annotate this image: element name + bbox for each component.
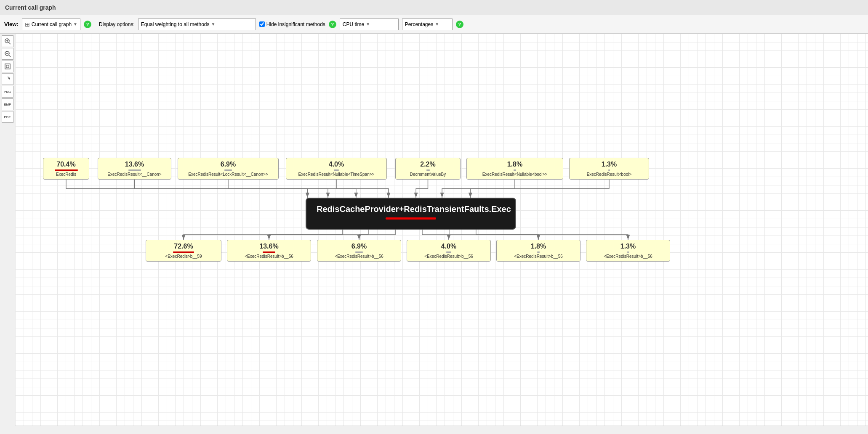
top-node-3-label: ExecRedisResult<LockResult<__Canon>> (182, 172, 274, 177)
pdf-export-button[interactable]: PDF (2, 111, 13, 123)
bottom-node-2-bar (263, 251, 275, 253)
hide-insignificant-checkbox[interactable] (259, 21, 265, 27)
bottom-node-6-label: <ExecRedisResult>b__56 (591, 254, 666, 259)
left-toolbar: PNG EMF PDF (0, 34, 15, 434)
toolbar: View: ⊞ Current call graph ▼ ? Display o… (0, 15, 868, 34)
top-node-1-percent: 70.4% (48, 161, 85, 168)
percentages-help-icon[interactable]: ? (456, 21, 463, 28)
top-node-4[interactable]: 4.0% ExecRedisResult<Nullable<TimeSpan>> (286, 158, 387, 180)
bottom-node-1-bar (173, 251, 194, 253)
top-node-5-percent: 2.2% (400, 161, 456, 168)
top-node-6[interactable]: 1.8% ExecRedisResult<Nullable<bool>> (466, 158, 563, 180)
top-node-2[interactable]: 13.6% ExecRedisResult<__Canon> (98, 158, 171, 180)
bottom-node-3-percent: 6.9% (322, 243, 397, 250)
top-node-4-bar (334, 169, 339, 171)
top-node-4-label: ExecRedisResult<Nullable<TimeSpan>> (290, 172, 382, 177)
bottom-node-2-label: <ExecRedisResult>b__56 (232, 254, 306, 259)
weighting-dropdown-value: Equal weighting to all methods (141, 21, 210, 27)
top-node-7-percent: 1.3% (574, 161, 644, 168)
view-dropdown-container: ⊞ Current call graph ▼ (22, 19, 80, 30)
emf-export-button[interactable]: EMF (2, 98, 13, 110)
png-export-button[interactable]: PNG (2, 86, 13, 98)
center-node-bar (386, 217, 436, 220)
bottom-node-5[interactable]: 1.8% <ExecRedisResult>b__56 (496, 240, 580, 262)
top-node-4-percent: 4.0% (290, 161, 382, 168)
cpu-time-value: CPU time (343, 21, 364, 27)
percentages-dropdown[interactable]: Percentages ▼ (402, 19, 453, 30)
bottom-node-2[interactable]: 13.6% <ExecRedisResult>b__56 (227, 240, 311, 262)
bottom-node-4-bar (446, 251, 451, 253)
top-node-5-label: DecrementValueBy (400, 172, 456, 177)
svg-line-5 (9, 55, 11, 57)
top-node-7-bar (608, 169, 610, 171)
bottom-node-4-percent: 4.0% (411, 243, 486, 250)
svg-marker-9 (8, 78, 10, 79)
bottom-node-3-label: <ExecRedisResult>b__56 (322, 254, 397, 259)
cpu-time-dropdown-container: CPU time ▼ (340, 19, 399, 30)
top-node-2-percent: 13.6% (102, 161, 167, 168)
top-node-6-bar (514, 169, 516, 171)
rotate-button[interactable] (2, 73, 13, 85)
zoom-out-button[interactable] (2, 48, 13, 60)
bottom-node-1[interactable]: 72.6% <ExecRedis>b__59 (146, 240, 221, 262)
percentages-value: Percentages (405, 21, 433, 27)
bottom-node-1-percent: 72.6% (150, 243, 217, 250)
top-node-6-percent: 1.8% (471, 161, 559, 168)
top-node-2-bar (128, 169, 141, 171)
bottom-node-4[interactable]: 4.0% <ExecRedisResult>b__56 (407, 240, 491, 262)
bottom-node-6-bar (627, 251, 629, 253)
fit-button[interactable] (2, 61, 13, 72)
top-node-7[interactable]: 1.3% ExecRedisResult<bool> (569, 158, 649, 180)
bottom-node-4-label: <ExecRedisResult>b__56 (411, 254, 486, 259)
bottom-node-6-percent: 1.3% (591, 243, 666, 250)
svg-line-1 (9, 42, 11, 44)
bottom-node-1-label: <ExecRedis>b__59 (150, 254, 217, 259)
top-node-5-bar (426, 169, 430, 171)
graph-area: RedisCacheProvider+RedisTransientFaults.… (15, 34, 868, 434)
hide-insignificant-container: Hide insignificant methods (259, 21, 325, 27)
svg-rect-8 (6, 65, 9, 68)
center-node-text: RedisCacheProvider+RedisTransientFaults.… (317, 204, 505, 214)
view-label: View: (4, 21, 19, 27)
top-node-2-label: ExecRedisResult<__Canon> (102, 172, 167, 177)
view-dropdown[interactable]: ⊞ Current call graph ▼ (22, 19, 80, 30)
bottom-node-2-percent: 13.6% (232, 243, 306, 250)
top-node-1-label: ExecRedis (48, 172, 85, 177)
top-node-3[interactable]: 6.9% ExecRedisResult<LockResult<__Canon>… (178, 158, 279, 180)
weighting-dropdown[interactable]: Equal weighting to all methods ▼ (138, 19, 256, 30)
arrows-svg (15, 34, 868, 434)
percentages-dropdown-container: Percentages ▼ (402, 19, 453, 30)
bottom-node-5-percent: 1.8% (501, 243, 576, 250)
weighting-dropdown-arrow: ▼ (211, 22, 216, 26)
bottom-node-3-bar (355, 251, 363, 253)
top-node-5[interactable]: 2.2% DecrementValueBy (395, 158, 461, 180)
top-node-1[interactable]: 70.4% ExecRedis (43, 158, 89, 180)
cpu-time-arrow: ▼ (366, 22, 370, 26)
top-node-7-label: ExecRedisResult<bool> (574, 172, 644, 177)
weighting-dropdown-container: Equal weighting to all methods ▼ (138, 19, 256, 30)
view-dropdown-arrow: ▼ (73, 22, 77, 26)
percentages-arrow: ▼ (435, 22, 439, 26)
main-area: PNG EMF PDF RedisCacheProvider+RedisTran… (0, 34, 868, 434)
top-node-3-bar (224, 169, 232, 171)
view-help-icon[interactable]: ? (84, 21, 91, 28)
bottom-bar (15, 426, 868, 434)
top-node-1-bar (55, 169, 78, 171)
center-node[interactable]: RedisCacheProvider+RedisTransientFaults.… (306, 198, 516, 230)
bottom-node-5-bar (537, 251, 540, 253)
bottom-node-3[interactable]: 6.9% <ExecRedisResult>b__56 (317, 240, 401, 262)
title-bar: Current call graph (0, 0, 868, 15)
view-dropdown-value: Current call graph (32, 21, 72, 27)
cpu-time-dropdown[interactable]: CPU time ▼ (340, 19, 399, 30)
display-help-icon[interactable]: ? (329, 21, 336, 28)
page-title: Current call graph (5, 4, 56, 11)
svg-rect-7 (5, 64, 10, 69)
bottom-node-6[interactable]: 1.3% <ExecRedisResult>b__56 (586, 240, 670, 262)
zoom-in-button[interactable] (2, 35, 13, 47)
display-options-label: Display options: (99, 21, 135, 27)
hide-insignificant-label: Hide insignificant methods (266, 21, 325, 27)
top-node-3-percent: 6.9% (182, 161, 274, 168)
top-node-6-label: ExecRedisResult<Nullable<bool>> (471, 172, 559, 177)
bottom-node-5-label: <ExecRedisResult>b__56 (501, 254, 576, 259)
